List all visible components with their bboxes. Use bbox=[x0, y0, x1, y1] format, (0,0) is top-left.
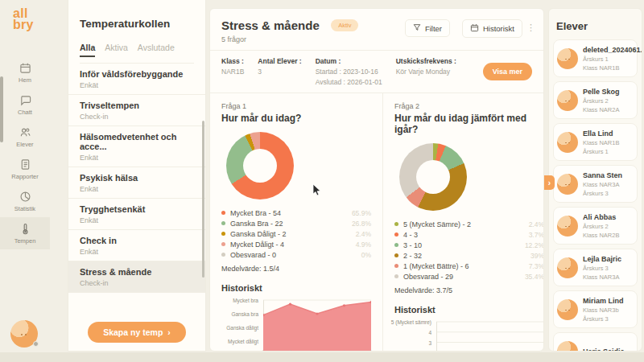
y-axis-label: 2 bbox=[428, 350, 431, 352]
avslutad-value: Avslutad : 2026-01-01 bbox=[316, 78, 382, 86]
legend-label: 1 (Mycket Bättre) - 6 bbox=[403, 262, 529, 270]
sidebar-item-label: Statistik bbox=[14, 205, 35, 212]
student-card[interactable]: Ella LindKlass NAR1BÅrskurs 1 bbox=[553, 123, 638, 161]
survey-list-panel: Temperaturkollen Alla Aktiva Avslutade I… bbox=[68, 0, 206, 352]
student-avatar bbox=[557, 299, 578, 320]
legend-percent: 12.2% bbox=[525, 241, 544, 249]
student-info: Sanna StenKlass NAR3AÅrskurs 3 bbox=[583, 171, 622, 197]
student-detail: Årskurs 1 bbox=[583, 56, 642, 63]
student-detail: Klass NAR3b bbox=[583, 306, 624, 314]
allbry-logo: all bry bbox=[0, 0, 50, 30]
elever-scrollbar[interactable] bbox=[0, 76, 3, 142]
sidebar-item-hem[interactable]: Hem bbox=[0, 56, 50, 88]
survey-list-item[interactable]: Hälsomedvetenhet och acce...Enkät bbox=[68, 126, 205, 167]
student-info: Miriam LindKlass NAR3bÅrskurs 3 bbox=[583, 297, 624, 323]
legend-row: 2 - 3239% bbox=[394, 250, 544, 261]
survey-item-title: Stress & mående bbox=[80, 267, 194, 277]
legend-row: 3 - 1012.2% bbox=[394, 240, 544, 250]
utskick-label: Utskicksfrekvens : bbox=[396, 57, 456, 65]
survey-list-item[interactable]: Check inEnkät bbox=[68, 230, 205, 261]
student-name: Ella Lind bbox=[583, 130, 619, 138]
legend-percent: 4.9% bbox=[356, 241, 371, 249]
question-title: Hur mår du idag jämfört med igår? bbox=[394, 113, 544, 135]
student-avatar bbox=[557, 48, 578, 69]
donut-chart-q2 bbox=[399, 143, 467, 211]
user-avatar[interactable] bbox=[10, 320, 38, 348]
student-list: deleted_2024061..Årskurs 1Klass NAR1BPel… bbox=[553, 39, 638, 352]
chevron-right-icon: › bbox=[548, 179, 551, 187]
more-menu-icon[interactable]: ⋮ bbox=[526, 23, 535, 33]
legend-row: Mycket Bra - 5465.9% bbox=[221, 208, 371, 218]
question-1-column: Fråga 1 Hur mår du idag? Mycket Bra - 54… bbox=[210, 93, 383, 352]
create-temp-button[interactable]: Skapa ny temp › bbox=[88, 322, 186, 343]
funnel-icon bbox=[413, 23, 421, 33]
question-label: Fråga 2 bbox=[394, 102, 544, 110]
sidebar-item-label: Hem bbox=[19, 76, 31, 84]
thermometer-icon bbox=[19, 223, 31, 235]
sidebar-item-elever[interactable]: Elever bbox=[0, 121, 50, 153]
survey-meta-row: Klass : NAR1B Antal Elever : 3 Datum : S… bbox=[210, 50, 543, 93]
student-card[interactable]: deleted_2024061..Årskurs 1Klass NAR1B bbox=[553, 39, 638, 77]
student-card[interactable]: Lejla BajricÅrskurs 3Klass NAR3A bbox=[553, 249, 638, 286]
legend-row: Obesvarad - 2935.4% bbox=[394, 271, 544, 282]
visa-mer-button[interactable]: Visa mer bbox=[483, 63, 532, 80]
historiskt-button[interactable]: Historiskt bbox=[462, 19, 522, 38]
survey-list: Inför våldsförebyggandeEnkätTrivseltempe… bbox=[80, 64, 194, 293]
student-info: Haris Seidic bbox=[583, 348, 625, 352]
bottom-strip bbox=[0, 352, 644, 362]
y-axis-label: 3 bbox=[428, 339, 431, 345]
legend-percent: 2.4% bbox=[529, 220, 544, 228]
student-card[interactable]: Haris Seidic bbox=[553, 332, 638, 352]
utskick-value: Kör Varje Monday bbox=[396, 68, 456, 76]
antal-value: 3 bbox=[258, 68, 301, 76]
tab-avslutade[interactable]: Avslutade bbox=[138, 43, 175, 57]
collapse-panel-button[interactable]: › bbox=[544, 175, 555, 190]
survey-item-title: Check in bbox=[80, 236, 194, 245]
student-name: Sanna Sten bbox=[583, 171, 622, 179]
sidebar-item-tempen[interactable]: Tempen bbox=[0, 217, 50, 249]
legend-dot bbox=[221, 232, 225, 236]
tab-aktiva[interactable]: Aktiva bbox=[105, 43, 128, 57]
elever-panel: Elever deleted_2024061..Årskurs 1Klass N… bbox=[548, 8, 642, 352]
page-title: Stress & mående bbox=[221, 19, 320, 32]
survey-scrollbar[interactable] bbox=[202, 121, 204, 278]
survey-item-title: Psykisk hälsa bbox=[80, 173, 194, 183]
average-value: Medelvärde: 1.5/4 bbox=[221, 265, 371, 273]
survey-list-item[interactable]: TrivseltempenCheck-in bbox=[68, 95, 205, 126]
legend-percent: 26.8% bbox=[352, 220, 371, 228]
tab-alla[interactable]: Alla bbox=[80, 43, 95, 57]
antal-label: Antal Elever : bbox=[258, 57, 301, 65]
legend-label: 4 - 3 bbox=[403, 231, 529, 239]
sidebar-item-chatt[interactable]: Chatt bbox=[0, 88, 50, 121]
chat-icon bbox=[19, 94, 31, 106]
survey-list-item[interactable]: Psykisk hälsaEnkät bbox=[68, 167, 205, 199]
student-card[interactable]: Ali AbbasÅrskurs 2Klass NAR2B bbox=[553, 207, 638, 245]
legend-row: 1 (Mycket Bättre) - 67.3% bbox=[394, 261, 544, 271]
student-card[interactable]: Miriam LindKlass NAR3bÅrskurs 3 bbox=[553, 290, 638, 328]
student-info: Ella LindKlass NAR1BÅrskurs 1 bbox=[583, 130, 619, 155]
sidebar-item-rapporter[interactable]: Rapporter bbox=[0, 153, 50, 185]
student-detail: Klass NAR1B bbox=[583, 64, 642, 72]
survey-item-type: Enkät bbox=[80, 248, 194, 256]
sidebar-item-label: Tempen bbox=[14, 237, 36, 245]
donut-hole bbox=[416, 160, 450, 194]
student-card[interactable]: Pelle SkogÅrskurs 2Klass NAR2A bbox=[553, 81, 638, 119]
survey-item-title: Trygghetsenkät bbox=[80, 204, 194, 214]
donut-hole bbox=[243, 149, 277, 183]
student-info: Lejla BajricÅrskurs 3Klass NAR3A bbox=[583, 255, 621, 281]
legend-label: 2 - 32 bbox=[403, 252, 530, 260]
survey-list-item[interactable]: Inför våldsförebyggandeEnkät bbox=[68, 64, 205, 95]
student-detail: Årskurs 3 bbox=[583, 315, 624, 323]
status-dot bbox=[33, 341, 39, 347]
survey-item-type: Enkät bbox=[80, 216, 194, 224]
survey-list-item[interactable]: TrygghetsenkätEnkät bbox=[68, 199, 205, 230]
history-plot bbox=[263, 298, 371, 352]
legend-label: Ganska Dåligt - 2 bbox=[230, 230, 356, 238]
legend-percent: 65.9% bbox=[352, 209, 371, 217]
sidebar-item-statistik[interactable]: Statistik bbox=[0, 185, 50, 217]
survey-list-item[interactable]: Stress & måendeCheck-in bbox=[68, 261, 205, 293]
legend-percent: 2.4% bbox=[356, 230, 371, 238]
filter-button[interactable]: Filter bbox=[405, 19, 450, 37]
student-name: Haris Seidic bbox=[583, 348, 625, 352]
student-card[interactable]: Sanna StenKlass NAR3AÅrskurs 3 bbox=[553, 165, 638, 203]
